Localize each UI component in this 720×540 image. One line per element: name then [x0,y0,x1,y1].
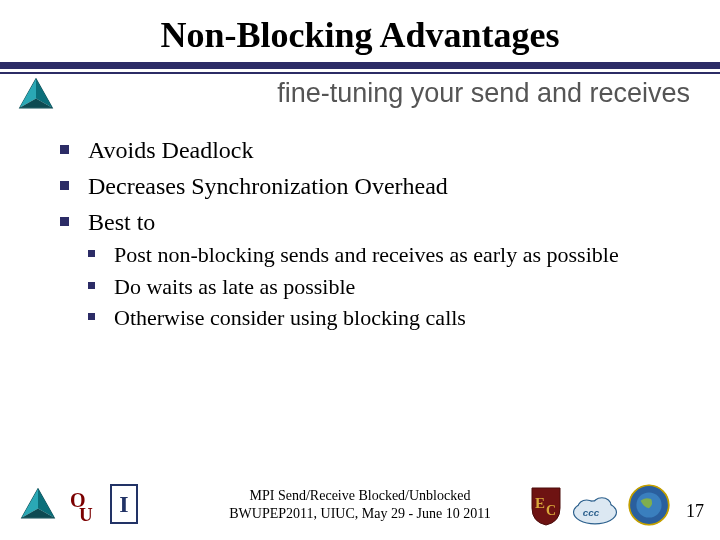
bullet-text: Post non-blocking sends and receives as … [114,242,619,267]
illinois-letter: I [119,491,128,518]
bullet-item: Avoids Deadlock [60,135,672,165]
svg-text:C: C [546,503,556,518]
ccc-cloud-logo-icon: ccc [572,494,618,526]
ec-shield-logo-icon: E C [530,486,562,526]
footer-line-2: BWUPEP2011, UIUC, May 29 - June 10 2011 [229,505,490,523]
content-body: Avoids Deadlock Decreases Synchronizatio… [60,135,672,338]
prism-icon [18,78,54,114]
footer-logos-left: O U I [20,484,138,524]
ou-logo-icon: O U [68,484,98,524]
bullet-text: Otherwise consider using blocking calls [114,305,466,330]
sub-bullet-item: Post non-blocking sends and receives as … [88,241,672,269]
bullet-text: Do waits as late as possible [114,274,355,299]
globe-seal-logo-icon [628,484,670,526]
title-rule [0,62,720,74]
bullet-text: Decreases Synchronization Overhead [88,173,448,199]
footer-line-1: MPI Send/Receive Blocked/Unblocked [229,487,490,505]
footer: O U I MPI Send/Receive Blocked/Unblocked… [0,468,720,530]
bullet-text: Best to [88,209,155,235]
illinois-logo-icon: I [110,484,138,524]
svg-text:U: U [79,504,93,524]
slide-title: Non-Blocking Advantages [0,14,720,56]
prism-icon [20,488,56,524]
svg-text:E: E [535,495,545,511]
footer-caption: MPI Send/Receive Blocked/Unblocked BWUPE… [229,487,490,522]
svg-text:ccc: ccc [583,507,600,518]
slide-subtitle: fine-tuning your send and receives [277,78,690,109]
bullet-item: Decreases Synchronization Overhead [60,171,672,201]
sub-bullet-item: Do waits as late as possible [88,273,672,301]
sub-bullet-item: Otherwise consider using blocking calls [88,304,672,332]
page-number: 17 [686,501,704,522]
header: Non-Blocking Advantages [0,0,720,56]
slide: Non-Blocking Advantages fine-tuning your… [0,0,720,540]
bullet-text: Avoids Deadlock [88,137,254,163]
footer-logos-right: E C ccc [530,484,670,526]
bullet-item: Best to Post non-blocking sends and rece… [60,207,672,332]
